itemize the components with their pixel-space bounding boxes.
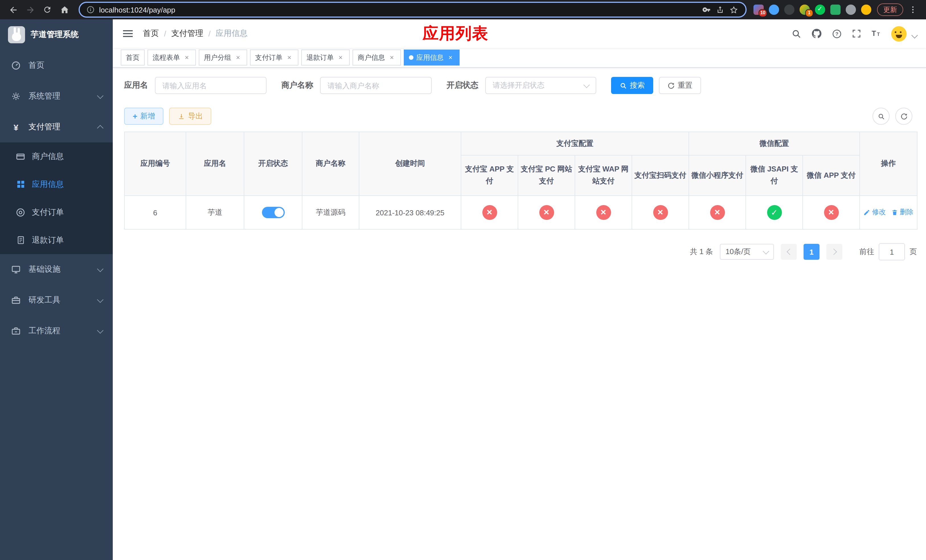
close-icon[interactable] [234, 53, 242, 62]
home-icon [59, 5, 69, 15]
close-icon[interactable] [285, 53, 293, 62]
sidebar-item-label: 研发工具 [29, 295, 61, 305]
reload-button[interactable] [40, 2, 54, 17]
workflow-icon [10, 327, 22, 336]
forward-button[interactable] [23, 2, 38, 17]
help-icon[interactable]: ? [831, 28, 842, 39]
refresh-table-button[interactable] [895, 107, 912, 125]
page-content: 应用名 商户名称 开启状态 请选择开启状态 [113, 68, 926, 560]
goto-page-input[interactable] [879, 243, 905, 260]
sidebar-item-app-info[interactable]: 应用信息 [0, 170, 113, 198]
breadcrumb-payment[interactable]: 支付管理 [171, 29, 203, 39]
browser-update-button[interactable]: 更新 [877, 3, 903, 16]
cell-wx-jsapi [746, 196, 803, 229]
sidebar-item-workflow[interactable]: 工作流程 [0, 316, 113, 347]
reset-button[interactable]: 重置 [659, 77, 701, 94]
group-header-alipay: 支付宝配置 [461, 132, 689, 155]
page-size-select[interactable]: 10条/页 [720, 244, 774, 260]
home-button[interactable] [57, 2, 72, 17]
bookmark-star-icon[interactable] [729, 5, 738, 15]
sidebar-item-label: 基础设施 [29, 264, 61, 275]
breadcrumb: 首页 支付管理 应用信息 [143, 29, 248, 39]
url-text[interactable]: localhost:1024/pay/app [99, 5, 698, 14]
tab-refund-order[interactable]: 退款订单 [301, 50, 350, 65]
svg-text:?: ? [835, 31, 838, 36]
browser-window: localhost:1024/pay/app 10 1 [0, 0, 926, 560]
password-key-icon[interactable] [702, 5, 711, 14]
app-name-label: 应用名 [124, 80, 148, 91]
cell-app-name: 芋道 [186, 196, 244, 229]
edit-button[interactable]: 修改 [863, 207, 885, 217]
sidebar-item-merchant-info[interactable]: 商户信息 [0, 142, 113, 170]
cell-merchant: 芋道源码 [302, 196, 359, 229]
add-button[interactable]: 新增 [124, 107, 163, 125]
table-mini-buttons [873, 107, 912, 125]
extension-badge-2: 1 [805, 9, 813, 17]
navbar-actions: ? TT [791, 26, 917, 41]
breadcrumb-home[interactable]: 首页 [143, 29, 159, 39]
status-toggle[interactable] [262, 207, 284, 218]
browser-menu-button[interactable] [905, 2, 920, 17]
address-bar[interactable]: localhost:1024/pay/app [79, 2, 747, 18]
col-status: 开启状态 [244, 132, 302, 196]
close-icon[interactable] [183, 53, 191, 62]
browser-toolbar: localhost:1024/pay/app 10 1 [0, 0, 926, 20]
chevron-down-icon [97, 265, 104, 272]
site-info-icon[interactable] [86, 6, 95, 14]
tab-pay-order[interactable]: 支付订单 [250, 50, 298, 65]
app-name-input[interactable] [155, 77, 266, 94]
export-button[interactable]: 导出 [169, 107, 211, 125]
search-button[interactable]: 搜索 [611, 77, 653, 94]
chevron-right-icon [830, 249, 837, 255]
extension-pin-icon[interactable] [846, 5, 856, 15]
extension-icon-5[interactable] [815, 5, 825, 15]
sidebar-item-refund-order[interactable]: 退款订单 [0, 226, 113, 254]
extension-icon-6[interactable] [830, 5, 841, 15]
merchant-name-input[interactable] [320, 77, 432, 94]
extension-icon-3[interactable] [784, 5, 794, 15]
tab-merchant-info[interactable]: 商户信息 [353, 50, 401, 65]
tab-label: 用户分组 [204, 53, 231, 62]
col-wx-jsapi: 微信 JSAPI 支付 [746, 155, 803, 196]
github-icon[interactable] [811, 28, 822, 39]
table-row: 6 芋道 芋道源码 2021-10-23 08:49:25 [124, 196, 917, 229]
status-cross-icon [596, 205, 611, 220]
sidebar-item-devtools[interactable]: 研发工具 [0, 285, 113, 316]
cell-actions: 修改 删除 [859, 196, 917, 229]
close-icon[interactable] [388, 53, 396, 62]
extension-icon-2[interactable] [769, 5, 779, 15]
back-button[interactable] [6, 2, 21, 17]
search-icon [620, 82, 627, 89]
avatar-dropdown-caret[interactable] [911, 32, 918, 39]
user-avatar[interactable] [891, 26, 906, 41]
breadcrumb-separator [209, 29, 211, 38]
sidebar-toggle-button[interactable] [122, 28, 134, 39]
close-icon[interactable] [337, 53, 345, 62]
tab-process-form[interactable]: 流程表单 [147, 50, 196, 65]
share-icon[interactable] [716, 5, 725, 14]
sidebar-item-home[interactable]: 首页 [0, 50, 113, 81]
extension-icon-4[interactable]: 1 [800, 5, 810, 15]
tab-app-info-active[interactable]: 应用信息 [404, 50, 460, 65]
extension-icon-1[interactable]: 10 [754, 5, 764, 15]
sidebar-item-system[interactable]: 系统管理 [0, 81, 113, 112]
sidebar-item-pay-order[interactable]: 支付订单 [0, 198, 113, 226]
tab-user-group[interactable]: 用户分组 [199, 50, 247, 65]
forward-arrow-icon [25, 5, 35, 15]
font-size-icon[interactable]: TT [871, 28, 882, 39]
col-wx-mini: 微信小程序支付 [689, 155, 746, 196]
current-page-button[interactable]: 1 [803, 244, 820, 260]
prev-page-button[interactable] [781, 244, 797, 260]
close-icon[interactable] [446, 53, 454, 62]
delete-button[interactable]: 删除 [891, 207, 914, 217]
tab-home[interactable]: 首页 [121, 50, 145, 65]
next-page-button[interactable] [826, 244, 842, 260]
app-title: 芋道管理系统 [31, 30, 79, 40]
fullscreen-icon[interactable] [851, 29, 862, 39]
status-select[interactable]: 请选择开启状态 [485, 77, 596, 94]
sidebar-item-payment[interactable]: ¥ 支付管理 [0, 112, 113, 142]
search-icon[interactable] [791, 28, 802, 39]
toggle-search-button[interactable] [873, 107, 890, 125]
extension-face-icon[interactable] [861, 5, 872, 15]
sidebar-item-infrastructure[interactable]: 基础设施 [0, 254, 113, 285]
